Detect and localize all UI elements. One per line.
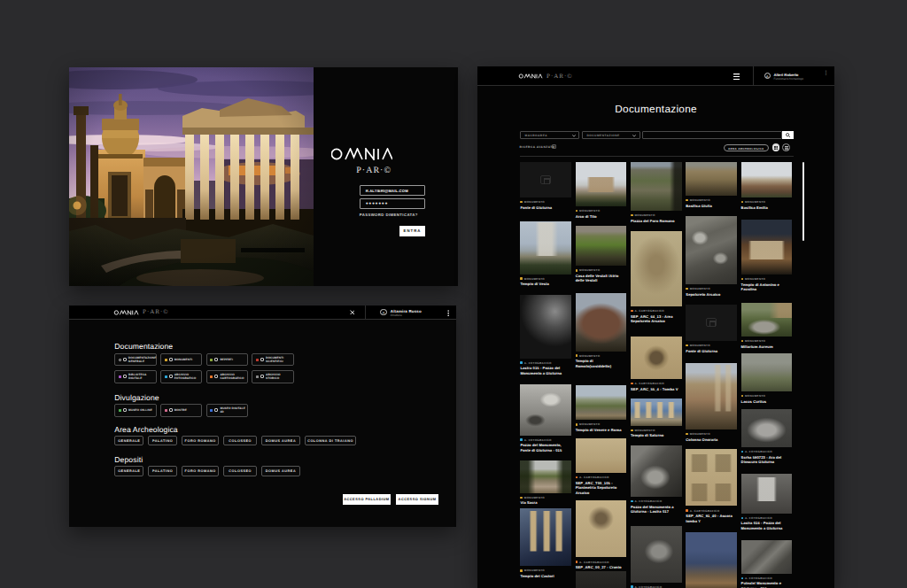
svg-text:P·AR·©: P·AR·©: [356, 165, 391, 174]
